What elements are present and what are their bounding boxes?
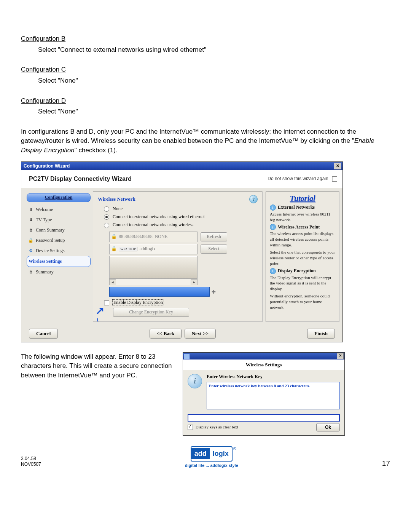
close-icon[interactable]: ✕ bbox=[337, 353, 344, 359]
download-icon: ⬇ bbox=[28, 217, 33, 222]
change-encryption-key-button[interactable]: Change Encryption Key bbox=[113, 308, 189, 317]
dont-show-checkbox[interactable] bbox=[332, 176, 337, 182]
scroll-left-icon[interactable]: ◄ bbox=[109, 279, 116, 285]
addlogix-logo: add logix bbox=[191, 446, 233, 462]
display-clear-checkbox[interactable] bbox=[188, 425, 193, 430]
key-hint: Enter wireless network key between 8 and… bbox=[207, 382, 340, 409]
radio-icon bbox=[104, 206, 109, 212]
info-icon: i bbox=[188, 374, 202, 388]
radio-icon bbox=[104, 214, 109, 220]
wizard-footer: Cancel << Back Next >> Finish bbox=[21, 325, 342, 342]
window-titlebar: Configuration Wizard ✕ bbox=[21, 162, 342, 170]
page-footer: 3.04.58 NOV0507 add logix ® digital life… bbox=[21, 446, 390, 468]
info-icon: i bbox=[270, 204, 276, 211]
lock-icon: 🔒 bbox=[111, 234, 116, 240]
enable-encryption-checkbox[interactable] bbox=[104, 300, 109, 305]
radio-wired[interactable]: Connect to external networks using wired… bbox=[98, 213, 258, 221]
app-icon bbox=[184, 353, 190, 359]
display-clear-row[interactable]: Display keys as clear text bbox=[188, 425, 238, 430]
next-button[interactable]: Next >> bbox=[185, 329, 216, 339]
tutorial-title: Tutorial bbox=[270, 194, 335, 203]
lock-icon: 🔒 bbox=[111, 246, 116, 252]
sidebar-item-password-setup[interactable]: 🔒Password Setup bbox=[27, 235, 91, 246]
wizard-sidebar: Configuration ⬇Welcome ⬇TV Type 🗎Conn Su… bbox=[24, 192, 93, 322]
network-list[interactable] bbox=[109, 256, 198, 279]
annotation-arrow-icon: ↗ bbox=[96, 305, 104, 316]
cfg-c-heading: Configuration C bbox=[21, 66, 66, 73]
sidebar-item-wireless-settings[interactable]: Wireless Settings bbox=[27, 256, 91, 267]
tutorial-panel: Tutorial iExternal Networks Access Inter… bbox=[266, 192, 339, 322]
cfg-d-text: Select "None" bbox=[21, 107, 390, 117]
dialog-titlebar: ✕ bbox=[183, 353, 344, 359]
sidebar-item-device-settings[interactable]: ⚙Device Settings bbox=[27, 246, 91, 256]
section-title: Wireless Network bbox=[98, 196, 135, 202]
dont-show-row: Do not show this wizard again bbox=[268, 176, 337, 182]
info-icon: i bbox=[270, 268, 276, 274]
add-icon[interactable]: ✚ bbox=[212, 289, 217, 294]
settings-icon: ⚙ bbox=[28, 248, 33, 253]
cfg-d-heading: Configuration D bbox=[21, 97, 66, 104]
dialog-title: Wireless Settings bbox=[183, 359, 344, 370]
footer-version: 3.04.58 bbox=[21, 456, 41, 462]
sidebar-item-summary[interactable]: 🗎Summary bbox=[27, 267, 91, 277]
sidebar-heading: Configuration bbox=[27, 193, 91, 202]
window-title: Configuration Wizard bbox=[24, 163, 70, 169]
registered-icon: ® bbox=[233, 446, 236, 451]
document-page: Configuration B Select "Connect to exter… bbox=[0, 0, 411, 475]
ok-button[interactable]: Ok bbox=[316, 423, 340, 431]
footer-date: NOV0507 bbox=[21, 462, 41, 468]
annotation-number: 1 bbox=[96, 317, 99, 323]
body-paragraph-2: The following window will appear. Enter … bbox=[21, 352, 179, 380]
wireless-key-dialog: ✕ Wireless Settings i Enter Wireless Net… bbox=[183, 352, 345, 436]
document-icon: 🗎 bbox=[28, 227, 33, 233]
wireless-network-panel: Wireless Network ? None Connect to exter… bbox=[93, 192, 263, 322]
back-button[interactable]: << Back bbox=[150, 329, 182, 339]
wizard-header: PC2TV Display Connectivity Wizard Do not… bbox=[21, 170, 342, 188]
document-icon: 🗎 bbox=[28, 269, 33, 275]
enable-encryption-label: Enable Display Encryption bbox=[112, 299, 164, 305]
info-icon: i bbox=[270, 224, 276, 230]
select-button[interactable]: Select bbox=[201, 244, 227, 254]
cancel-button[interactable]: Cancel bbox=[29, 329, 58, 339]
configuration-wizard-window: Configuration Wizard ✕ PC2TV Display Con… bbox=[21, 161, 343, 342]
help-icon[interactable]: ? bbox=[249, 195, 258, 203]
refresh-button[interactable]: Refresh bbox=[201, 232, 227, 241]
page-number: 17 bbox=[382, 459, 390, 468]
key-label: Enter Wireless Network Key bbox=[207, 374, 340, 380]
scroll-right-icon[interactable]: ► bbox=[191, 279, 198, 285]
cfg-c-text: Select "None" bbox=[21, 76, 390, 86]
network-item[interactable]: 🔒 WPA TKIP addlogix bbox=[109, 244, 198, 254]
network-key-input[interactable] bbox=[188, 414, 340, 422]
sidebar-item-tvtype[interactable]: ⬇TV Type bbox=[27, 215, 91, 225]
wpa-badge: WPA TKIP bbox=[119, 247, 137, 251]
wizard-title: PC2TV Display Connectivity Wizard bbox=[29, 176, 132, 182]
network-item[interactable]: 🔒 88:88:88:88:88:88 NONE bbox=[109, 232, 198, 242]
body-paragraph: In configurations B and D, only your PC … bbox=[21, 127, 390, 155]
radio-icon bbox=[104, 223, 109, 228]
scrollbar[interactable]: ◄ ► bbox=[109, 279, 198, 285]
sidebar-item-welcome[interactable]: ⬇Welcome bbox=[27, 204, 91, 215]
selected-network-bar: ✚ bbox=[109, 287, 210, 297]
close-icon[interactable]: ✕ bbox=[334, 163, 341, 169]
download-icon: ⬇ bbox=[28, 207, 33, 212]
radio-none[interactable]: None bbox=[98, 205, 258, 213]
footer-tagline: digital life ... addlogix style bbox=[41, 463, 382, 468]
lock-icon: 🔒 bbox=[28, 238, 33, 243]
finish-button[interactable]: Finish bbox=[307, 329, 335, 339]
radio-wireless[interactable]: Connect to external networks using wirel… bbox=[98, 221, 258, 229]
sidebar-item-conn-summary[interactable]: 🗎Conn Summary bbox=[27, 225, 91, 235]
cfg-b-heading: Configuration B bbox=[21, 35, 65, 42]
cfg-b-text: Select "Connect to external networks usi… bbox=[21, 45, 390, 55]
